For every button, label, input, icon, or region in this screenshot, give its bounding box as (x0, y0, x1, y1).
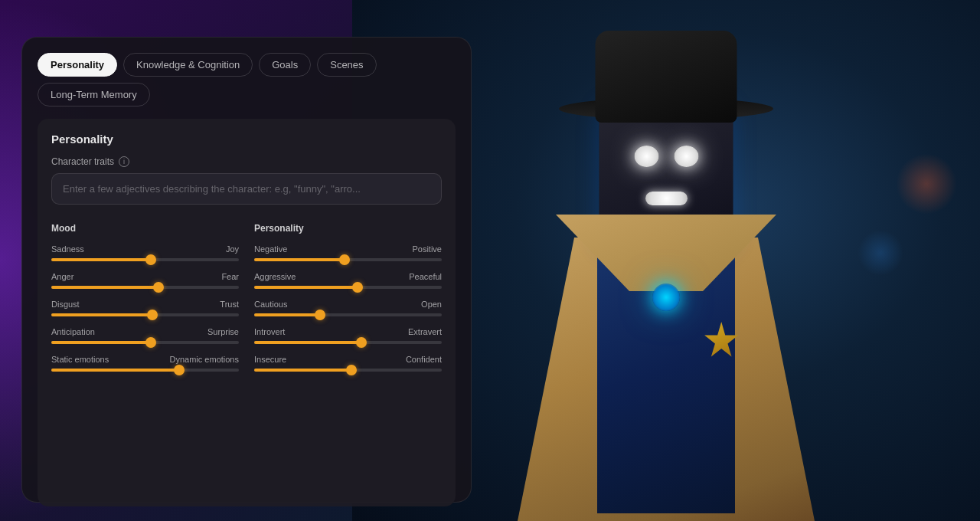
track-static-dynamic[interactable] (51, 369, 239, 372)
thumb-anticipation-surprise[interactable] (145, 337, 156, 348)
slider-insecure-confident-labels: Insecure Confident (254, 355, 442, 364)
slider-anticipation-surprise: Anticipation Surprise (51, 327, 239, 344)
slider-disgust-trust-labels: Disgust Trust (51, 300, 239, 309)
ambient-light-2 (858, 230, 903, 276)
tab-knowledge[interactable]: Knowledge & Cognition (123, 53, 253, 77)
traits-section: Character traits i (51, 156, 442, 205)
label-cautious: Cautious (254, 300, 287, 309)
slider-introvert-extravert-labels: Introvert Extravert (254, 327, 442, 336)
label-insecure: Insecure (254, 355, 286, 364)
label-sadness: Sadness (51, 244, 84, 254)
track-anger-fear[interactable] (51, 286, 239, 289)
label-surprise: Surprise (207, 327, 239, 336)
tab-scenes[interactable]: Scenes (317, 53, 376, 77)
label-confident: Confident (406, 355, 442, 364)
thumb-aggressive-peaceful[interactable] (352, 282, 363, 293)
tab-personality[interactable]: Personality (38, 53, 117, 77)
slider-anger-fear-labels: Anger Fear (51, 272, 239, 281)
slider-static-dynamic: Static emotions Dynamic emotions (51, 355, 239, 372)
track-negative-positive[interactable] (254, 258, 442, 261)
slider-anticipation-surprise-labels: Anticipation Surprise (51, 327, 239, 336)
fill-anticipation-surprise (51, 341, 151, 344)
tab-goals[interactable]: Goals (259, 53, 311, 77)
traits-label-text: Character traits (51, 156, 114, 167)
slider-negative-positive: Negative Positive (254, 244, 442, 261)
label-extravert: Extravert (408, 327, 442, 336)
fill-sadness-joy (51, 258, 151, 261)
thumb-disgust-trust[interactable] (147, 310, 158, 320)
ambient-light-1 (896, 153, 957, 215)
fill-cautious-open (254, 313, 320, 316)
label-peaceful: Peaceful (409, 272, 442, 281)
thumb-introvert-extravert[interactable] (356, 337, 367, 348)
slider-anger-fear: Anger Fear (51, 272, 239, 289)
personality-group: Personality Negative Positive Aggres (254, 220, 442, 382)
slider-cautious-open: Cautious Open (254, 300, 442, 316)
robot-eyes (620, 146, 712, 167)
thumb-cautious-open[interactable] (315, 310, 325, 320)
label-trust: Trust (220, 300, 239, 309)
track-sadness-joy[interactable] (51, 258, 239, 261)
slider-negative-positive-labels: Negative Positive (254, 244, 442, 254)
tab-bar: Personality Knowledge & Cognition Goals … (38, 53, 456, 106)
mood-title: Mood (51, 223, 239, 234)
content-card: Personality Character traits i Mood Sadn… (38, 119, 456, 506)
traits-input[interactable] (51, 173, 442, 205)
robot-chest-glow (652, 283, 680, 311)
sliders-grid: Mood Sadness Joy Anger F (51, 220, 442, 382)
thumb-insecure-confident[interactable] (346, 365, 357, 375)
slider-disgust-trust: Disgust Trust (51, 300, 239, 316)
label-negative: Negative (254, 244, 287, 254)
thumb-anger-fear[interactable] (153, 282, 164, 293)
label-anticipation: Anticipation (51, 327, 95, 336)
label-static: Static emotions (51, 355, 109, 364)
mood-group: Mood Sadness Joy Anger F (51, 220, 239, 382)
tab-memory[interactable]: Long-Term Memory (38, 83, 150, 106)
label-dynamic: Dynamic emotions (170, 355, 239, 364)
label-positive: Positive (412, 244, 442, 254)
label-introvert: Introvert (254, 327, 285, 336)
track-aggressive-peaceful[interactable] (254, 286, 442, 289)
label-open: Open (421, 300, 442, 309)
slider-cautious-open-labels: Cautious Open (254, 300, 442, 309)
track-anticipation-surprise[interactable] (51, 341, 239, 344)
fill-aggressive-peaceful (254, 286, 358, 289)
label-disgust: Disgust (51, 300, 80, 309)
robot-eye-right (674, 146, 698, 167)
panel-title: Personality (51, 133, 442, 146)
track-introvert-extravert[interactable] (254, 341, 442, 344)
slider-aggressive-peaceful: Aggressive Peaceful (254, 272, 442, 289)
personality-slider-title: Personality (254, 223, 442, 234)
thumb-negative-positive[interactable] (339, 254, 350, 265)
robot-mouth (645, 192, 688, 205)
label-joy: Joy (226, 244, 239, 254)
slider-aggressive-peaceful-labels: Aggressive Peaceful (254, 272, 442, 281)
track-cautious-open[interactable] (254, 313, 442, 316)
fill-insecure-confident (254, 369, 351, 372)
slider-insecure-confident: Insecure Confident (254, 355, 442, 372)
thumb-sadness-joy[interactable] (145, 254, 156, 265)
thumb-static-dynamic[interactable] (174, 365, 185, 375)
track-disgust-trust[interactable] (51, 313, 239, 316)
fill-anger-fear (51, 286, 158, 289)
slider-sadness-joy-labels: Sadness Joy (51, 244, 239, 254)
robot-hat-top (596, 31, 737, 123)
label-anger: Anger (51, 272, 74, 281)
traits-info-icon[interactable]: i (119, 156, 129, 167)
traits-label-row: Character traits i (51, 156, 442, 167)
main-panel: Personality Knowledge & Cognition Goals … (21, 37, 472, 503)
slider-sadness-joy: Sadness Joy (51, 244, 239, 261)
slider-introvert-extravert: Introvert Extravert (254, 327, 442, 344)
label-fear: Fear (221, 272, 239, 281)
slider-static-dynamic-labels: Static emotions Dynamic emotions (51, 355, 239, 364)
fill-negative-positive (254, 258, 345, 261)
track-insecure-confident[interactable] (254, 369, 442, 372)
fill-disgust-trust (51, 313, 152, 316)
fill-static-dynamic (51, 369, 179, 372)
robot-eye-left (634, 146, 658, 167)
label-aggressive: Aggressive (254, 272, 296, 281)
fill-introvert-extravert (254, 341, 361, 344)
